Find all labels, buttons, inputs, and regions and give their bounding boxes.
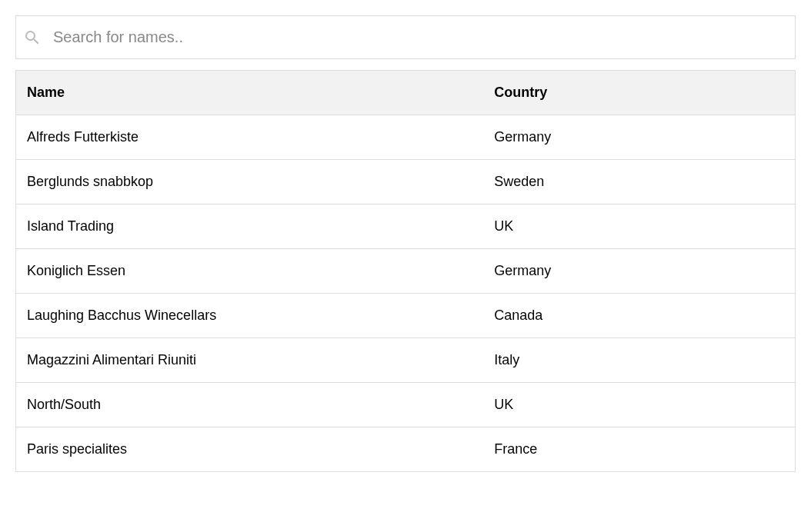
cell-country: Germany <box>483 115 795 160</box>
cell-name: Island Trading <box>16 204 484 249</box>
column-header-country: Country <box>483 71 795 115</box>
table-row: Island TradingUK <box>16 204 796 249</box>
cell-country: Italy <box>483 338 795 383</box>
table-header-row: Name Country <box>16 71 796 115</box>
cell-name: Koniglich Essen <box>16 249 484 294</box>
cell-name: Magazzini Alimentari Riuniti <box>16 338 484 383</box>
results-table: Name Country Alfreds FutterkisteGermanyB… <box>15 70 796 472</box>
table-row: Magazzini Alimentari RiunitiItaly <box>16 338 796 383</box>
table-row: Laughing Bacchus WinecellarsCanada <box>16 294 796 338</box>
cell-name: North/South <box>16 383 484 427</box>
table-row: Koniglich EssenGermany <box>16 249 796 294</box>
cell-name: Alfreds Futterkiste <box>16 115 484 160</box>
table-row: Paris specialitesFrance <box>16 427 796 472</box>
search-input[interactable] <box>15 15 796 59</box>
table-row: Berglunds snabbkopSweden <box>16 160 796 204</box>
cell-name: Laughing Bacchus Winecellars <box>16 294 484 338</box>
table-row: North/SouthUK <box>16 383 796 427</box>
cell-country: Canada <box>483 294 795 338</box>
cell-country: France <box>483 427 795 472</box>
table-row: Alfreds FutterkisteGermany <box>16 115 796 160</box>
cell-country: Sweden <box>483 160 795 204</box>
cell-country: Germany <box>483 249 795 294</box>
search-wrapper <box>15 15 796 59</box>
cell-name: Berglunds snabbkop <box>16 160 484 204</box>
cell-country: UK <box>483 383 795 427</box>
cell-country: UK <box>483 204 795 249</box>
cell-name: Paris specialites <box>16 427 484 472</box>
column-header-name: Name <box>16 71 484 115</box>
